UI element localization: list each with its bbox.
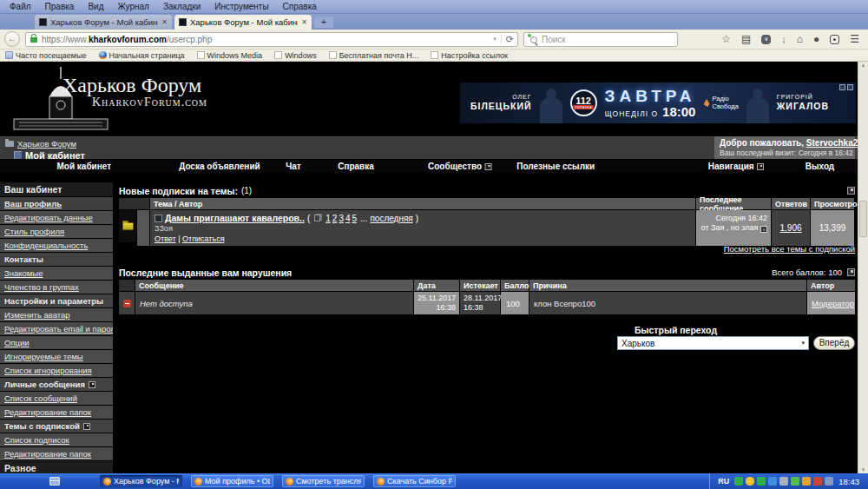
tray-icon[interactable] [734,477,743,486]
taskbar-task-button[interactable]: Харьков Форум - Мой... [100,475,182,487]
scroll-up-icon[interactable]: ▲ [858,63,868,68]
breadcrumb-root-link[interactable]: Харьков Форум [17,139,76,149]
thread-title-link[interactable]: Дамы приглашают кавалеров.. [165,213,305,223]
nav-item[interactable]: Справка [338,162,374,171]
new-tab-button[interactable]: + [314,17,333,28]
sidebar-item[interactable]: Контакты [0,253,113,266]
tray-icon[interactable] [791,477,799,486]
tray-icon[interactable] [802,477,811,486]
collapse-icon[interactable] [847,268,855,276]
sidebar-item[interactable]: Список игнорирования [0,364,113,377]
container-icon[interactable] [830,35,839,44]
menu-item[interactable]: Файл [3,0,38,14]
sidebar-item[interactable]: Настройки и параметры [0,294,113,307]
taskbar-task-button[interactable]: Скачать Синбор Роб... [373,475,456,487]
page-number-link[interactable]: 5 [352,214,358,223]
sidebar-item[interactable]: Редактирование папок [0,406,113,419]
nav-item[interactable]: Выход [806,162,834,171]
nav-item[interactable]: Мой кабинет [57,162,112,171]
star-icon[interactable]: ☆ [721,34,731,44]
bookmark-item[interactable]: Windows [274,51,317,60]
nav-item[interactable]: Сообщество [428,162,491,171]
url-bar[interactable]: https://www. kharkovforum.com /usercp.ph… [25,32,518,47]
home-icon[interactable]: ⌂ [797,34,803,44]
sidebar-item[interactable]: Темы с подпиской [0,420,113,433]
ad-info-icon[interactable] [839,84,845,90]
sidebar-item[interactable]: Изменить аватар [0,308,113,321]
ad-info-badges[interactable] [839,84,853,90]
last-page-link[interactable]: последняя [370,214,412,223]
back-button[interactable]: ← [4,31,20,47]
sidebar-item[interactable]: Членство в группах [0,281,113,294]
ad-banner[interactable]: ОЛЕГ БІЛЕЦЬКИЙ 112 УКРАЇНА ЗАВТРА ЩОНЕДІ… [460,83,856,123]
moderator-link[interactable]: Модератор [812,299,854,308]
windows-icon[interactable] [49,477,60,486]
menu-item[interactable]: Закладки [156,0,207,14]
tray-icon[interactable] [757,477,766,486]
ad-close-icon[interactable] [847,84,853,90]
sidebar-item[interactable]: Игнорируемые темы [0,350,113,363]
sidebar-item[interactable]: Личные сообщения [0,378,113,391]
reply-link[interactable]: Ответ [155,235,176,243]
page-scrollbar[interactable]: ▲ ▼ [858,62,868,473]
messenger-icon[interactable]: ● [813,34,819,44]
username-link[interactable]: Stervochka25 [806,138,858,148]
sidebar-item[interactable]: Разное [0,461,113,473]
menu-icon[interactable]: ☰ [850,34,859,44]
forum-logo[interactable]: Харьков Форум KharkovForum.com [9,65,207,131]
taskbar-task-button[interactable]: Смотреть трансляци... [282,475,365,487]
menu-item[interactable]: Журнал [110,0,156,14]
library-icon[interactable]: ▤ [741,34,751,44]
nav-item[interactable]: Чат [286,162,301,171]
sidebar-item[interactable]: Знакомые [0,267,113,280]
tray-icon[interactable] [746,477,754,486]
nav-item[interactable]: Доска объявлений [179,162,260,171]
bookmark-item[interactable]: Часто посещаемые [5,51,87,60]
sidebar-item[interactable]: Список сообщений [0,392,113,405]
sidebar-item[interactable]: Конфиденциальность [0,239,113,252]
sidebar-item[interactable]: Редактировать данные [0,211,113,224]
taskbar-task-button[interactable]: Мой профиль • OLX.u... [191,475,273,487]
go-button[interactable]: Вперёд [813,336,855,350]
page-number-link[interactable]: 3 [339,214,344,223]
tray-icon[interactable] [813,477,822,486]
tab-close-icon[interactable]: ✕ [301,18,307,26]
download-icon[interactable]: ↓ [781,35,786,44]
bookmark-item[interactable]: Windows Media [197,51,263,60]
sidebar-item[interactable]: Опции [0,336,113,349]
sidebar-item[interactable]: Ваш профиль [0,197,113,210]
go-to-last-post-icon[interactable]: › [760,226,767,233]
sidebar-item[interactable]: Редактировать email и пароль [0,322,113,335]
collapse-icon[interactable] [847,187,855,195]
sidebar-item[interactable]: Стиль профиля [0,225,113,238]
search-input[interactable]: Поиск [523,32,678,47]
tray-icon[interactable] [825,477,833,486]
tray-icon[interactable] [768,477,777,486]
sidebar-item[interactable]: Список подписок [0,433,113,446]
menu-item[interactable]: Правка [38,0,82,14]
page-number-link[interactable]: 1 [326,214,331,223]
menu-item[interactable]: Справка [276,0,324,14]
browser-tab[interactable]: Харьков Форум - Мой кабинет ✕ [35,15,172,30]
scroll-down-icon[interactable]: ▼ [858,467,868,472]
nav-item[interactable]: Полезные ссылки [516,162,595,171]
bookmark-item[interactable]: Начальная страница [99,51,185,60]
bookmark-item[interactable]: Настройка ссылок [431,51,508,60]
url-dropdown-icon[interactable]: ▾ [493,36,496,43]
menu-item[interactable]: Вид [81,0,110,14]
tab-close-icon[interactable]: ✕ [161,18,168,26]
page-number-link[interactable]: 2 [332,214,338,223]
sidebar-item[interactable]: Ваш кабинет [0,182,113,196]
forum-jump-select[interactable]: Харьков ▾ [617,336,809,350]
nav-item[interactable]: Навигация [708,162,764,171]
unsubscribe-link[interactable]: Отписаться [182,235,225,243]
pocket-icon[interactable]: ∨ [761,35,771,44]
reload-icon[interactable]: ⟳ [506,34,514,45]
language-indicator[interactable]: RU [715,477,732,486]
tray-icon[interactable] [779,477,788,486]
view-all-subscriptions-link[interactable]: Посмотреть все темы с подпиской [724,244,855,254]
scrollbar-thumb[interactable] [859,201,867,237]
menu-item[interactable]: Инструменты [207,0,275,14]
browser-tab[interactable]: Харьков Форум - Мой кабинет ✕ [174,15,312,30]
page-number-link[interactable]: 4 [345,214,351,223]
